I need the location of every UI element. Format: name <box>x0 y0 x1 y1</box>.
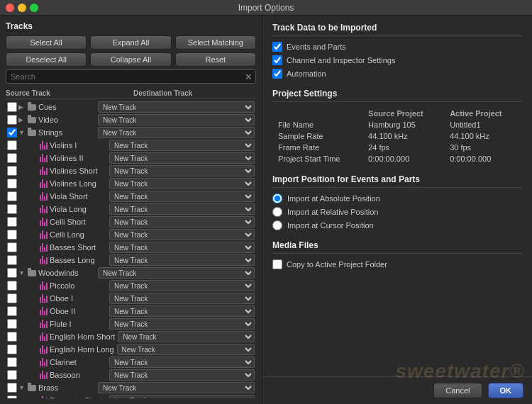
track-destination-select[interactable]: New Track <box>109 203 255 215</box>
project-table-row: Frame Rate24 fps30 fps <box>272 142 522 153</box>
track-name: Basses Short <box>50 243 106 252</box>
import-position-section: Import Position for Events and Parts Imp… <box>272 174 522 230</box>
track-checkbox[interactable] <box>7 281 17 291</box>
track-destination-select[interactable]: New Track <box>118 331 255 342</box>
folder-icon <box>27 383 37 393</box>
folder-icon <box>27 128 37 138</box>
project-table-row: Sample Rate44.100 kHz44.100 kHz <box>272 130 522 142</box>
track-checkbox[interactable] <box>7 179 17 189</box>
track-destination-select[interactable]: New Track <box>109 229 255 240</box>
folder-expand-icon[interactable]: ▼ <box>18 384 27 391</box>
track-destination-select[interactable]: New Track <box>109 293 255 304</box>
track-checkbox[interactable] <box>7 242 17 252</box>
tracks-list: ▶CuesNew Track▶VideoNew Track▼StringsNew… <box>6 101 256 398</box>
track-checkbox[interactable] <box>7 191 17 201</box>
track-data-title: Track Data to be Imported <box>272 23 522 36</box>
track-row: ▶VideoNew Track <box>6 113 256 126</box>
track-destination-select[interactable]: New Track <box>117 344 255 355</box>
track-destination-select[interactable]: New Track <box>109 152 255 164</box>
track-destination: New Track <box>109 165 255 176</box>
track-destination-select[interactable]: New Track <box>98 101 255 113</box>
track-destination-select[interactable]: New Track <box>109 305 255 317</box>
deselect-all-button[interactable]: Deselect All <box>6 52 87 67</box>
import-position-radio[interactable] <box>272 220 282 230</box>
track-destination-select[interactable]: New Track <box>98 127 255 138</box>
track-checkbox[interactable] <box>7 332 17 342</box>
reset-button[interactable]: Reset <box>175 52 256 67</box>
track-data-checkbox-label: Automation <box>287 69 326 78</box>
folder-expand-icon[interactable]: ▼ <box>18 269 27 276</box>
cancel-button[interactable]: Cancel <box>433 383 482 398</box>
track-data-checkbox[interactable] <box>272 55 282 65</box>
title-bar: Import Options <box>0 0 532 16</box>
track-checkbox[interactable] <box>7 383 17 393</box>
track-checkbox[interactable] <box>7 268 17 278</box>
track-destination-select[interactable]: New Track <box>109 216 255 228</box>
ok-button[interactable]: OK <box>488 383 524 398</box>
project-table-cell: 0:00:00.000 <box>444 153 522 164</box>
track-checkbox[interactable] <box>7 140 17 150</box>
folder-expand-icon[interactable]: ▼ <box>18 129 27 136</box>
track-destination-select[interactable]: New Track <box>98 382 255 393</box>
project-table-cell: Hamburg 105 <box>362 119 444 130</box>
track-checkbox[interactable] <box>7 357 17 367</box>
instrument-icon <box>38 242 48 252</box>
select-all-button[interactable]: Select All <box>6 35 87 50</box>
import-position-radio[interactable] <box>272 207 282 217</box>
search-input[interactable] <box>6 69 256 84</box>
collapse-all-button[interactable]: Collapse All <box>90 52 171 67</box>
track-data-checkbox-row: Automation <box>272 69 522 79</box>
import-position-radio[interactable] <box>272 193 282 203</box>
track-checkbox[interactable] <box>7 293 17 303</box>
track-destination: New Track <box>109 191 255 202</box>
track-checkbox[interactable] <box>7 128 17 138</box>
minimize-button[interactable] <box>18 4 26 12</box>
track-checkbox[interactable] <box>7 255 17 265</box>
track-row: ▶CuesNew Track <box>6 101 256 113</box>
instrument-icon <box>38 357 48 367</box>
track-destination-select[interactable]: New Track <box>109 242 255 253</box>
track-data-checkbox[interactable] <box>272 69 282 79</box>
track-destination-select[interactable]: New Track <box>109 357 255 368</box>
select-matching-button[interactable]: Select Matching <box>175 35 256 50</box>
track-destination-select[interactable]: New Track <box>109 318 255 330</box>
track-destination-select[interactable]: New Track <box>109 178 255 189</box>
track-destination: New Track <box>98 267 255 279</box>
expand-all-button[interactable]: Expand All <box>90 35 171 50</box>
close-button[interactable] <box>6 4 14 12</box>
track-data-checkbox[interactable] <box>272 42 282 52</box>
track-destination-select[interactable]: New Track <box>109 140 255 151</box>
track-checkbox[interactable] <box>7 230 17 240</box>
track-row: BassoonNew Track <box>6 369 256 381</box>
media-checkbox[interactable] <box>272 259 282 269</box>
track-checkbox[interactable] <box>7 370 17 380</box>
track-checkbox[interactable] <box>7 306 17 316</box>
track-destination-select[interactable]: New Track <box>109 369 255 381</box>
track-checkbox[interactable] <box>7 319 17 329</box>
track-checkbox[interactable] <box>7 344 17 354</box>
track-destination: New Track <box>98 114 255 125</box>
track-destination-select[interactable]: New Track <box>109 395 255 398</box>
track-checkbox[interactable] <box>7 217 17 227</box>
folder-expand-icon[interactable]: ▶ <box>18 103 27 111</box>
track-headers: Source Track Destination Track <box>6 88 256 99</box>
track-row: Basses LongNew Track <box>6 254 256 266</box>
track-checkbox[interactable] <box>7 166 17 176</box>
maximize-button[interactable] <box>30 4 38 12</box>
search-clear-icon[interactable]: ✕ <box>245 72 253 82</box>
track-checkbox[interactable] <box>7 153 17 163</box>
track-destination-select[interactable]: New Track <box>109 280 255 291</box>
track-checkbox[interactable] <box>7 102 17 112</box>
track-destination-select[interactable]: New Track <box>109 254 255 266</box>
track-row: Violines ShortNew Track <box>6 164 256 177</box>
track-destination-select[interactable]: New Track <box>98 114 255 125</box>
folder-expand-icon[interactable]: ▶ <box>18 116 27 123</box>
track-checkbox[interactable] <box>7 115 17 125</box>
track-destination-select[interactable]: New Track <box>109 165 255 176</box>
track-checkbox[interactable] <box>7 395 17 398</box>
instrument-icon <box>38 306 48 316</box>
track-destination-select[interactable]: New Track <box>98 267 255 279</box>
track-checkbox[interactable] <box>7 204 17 214</box>
track-destination-select[interactable]: New Track <box>109 191 255 202</box>
track-name: Basses Long <box>50 256 106 264</box>
